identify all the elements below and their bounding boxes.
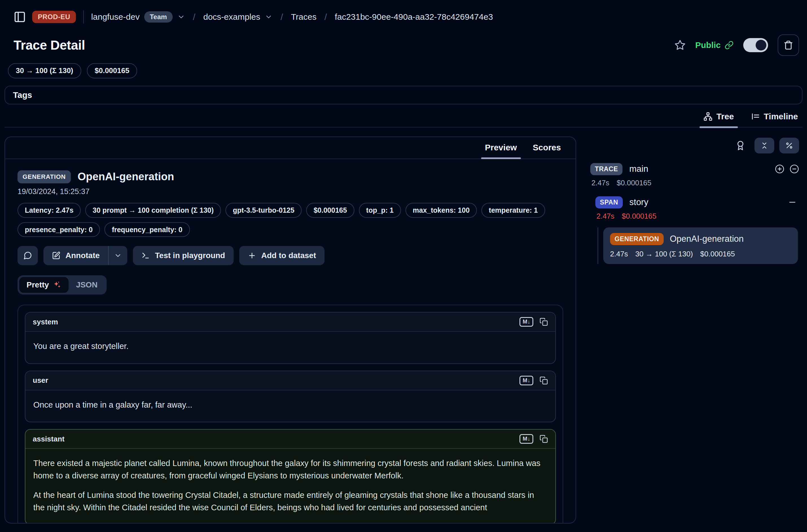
- message-header-icons: M↓: [520, 317, 548, 327]
- copy-button[interactable]: [540, 318, 548, 326]
- span-cost: $0.000165: [622, 212, 657, 221]
- add-to-dataset-button[interactable]: Add to dataset: [239, 246, 324, 265]
- trace-name: main: [629, 164, 648, 174]
- markdown-icon: M↓: [520, 376, 533, 385]
- trace-summary-row: 30 → 100 (Σ 130) $0.000165: [8, 63, 803, 78]
- span-latency: 2.47s: [597, 212, 615, 221]
- generation-cost: $0.000165: [700, 250, 735, 259]
- tab-timeline[interactable]: Timeline: [750, 111, 799, 127]
- collapse-span-button[interactable]: [788, 198, 797, 207]
- copy-icon: [540, 435, 548, 443]
- collapse-tree-button[interactable]: [789, 164, 799, 174]
- message-header: assistant M↓: [25, 430, 555, 449]
- tab-tree[interactable]: Tree: [702, 111, 735, 127]
- pretty-view-button[interactable]: Pretty: [19, 277, 69, 293]
- metadata-badge: $0.000165: [306, 203, 354, 218]
- dataset-label: Add to dataset: [261, 251, 316, 260]
- expand-all-button[interactable]: [775, 164, 784, 174]
- tree-row-span[interactable]: SPAN story: [595, 196, 799, 208]
- generation-name: OpenAI-generation: [670, 234, 744, 244]
- message-header-icons: M↓: [520, 376, 548, 385]
- format-toggle: Pretty JSON: [18, 275, 107, 294]
- metadata-badge: 30 prompt → 100 completion (Σ 130): [85, 203, 221, 218]
- minus-circle-icon: [789, 164, 799, 174]
- annotate-label: Annotate: [65, 251, 100, 260]
- breadcrumb-separator: /: [324, 12, 327, 22]
- chevron-down-icon: [265, 13, 273, 21]
- trace-detail-page: PROD-EU langfuse-dev Team / docs-example…: [0, 0, 807, 532]
- message-content: Once upon a time in a galaxy far, far aw…: [25, 391, 555, 422]
- topbar-divider: [83, 10, 84, 24]
- span-metrics: 2.47s $0.000165: [597, 212, 799, 221]
- metadata-badges-row2: presence_penalty: 0frequency_penalty: 0: [18, 222, 563, 237]
- markdown-toggle-button[interactable]: M↓: [520, 317, 533, 327]
- bookmark-star-button[interactable]: [674, 39, 686, 51]
- trace-cost: $0.000165: [617, 178, 652, 187]
- view-tabs: Tree Timeline: [4, 111, 803, 128]
- message-assistant: assistant M↓ There existed a majestic pl…: [25, 429, 556, 523]
- observation-type-badge: GENERATION: [18, 170, 71, 183]
- metadata-badge: top_p: 1: [359, 203, 401, 218]
- actions-row: Annotate Test in playground Add to data: [18, 246, 563, 265]
- tree-toolbar: [590, 138, 799, 153]
- comment-button[interactable]: [18, 246, 38, 265]
- project-name: docs-examples: [203, 12, 260, 22]
- trace-metrics: 2.47s $0.000165: [592, 178, 799, 187]
- sidebar-toggle-button[interactable]: [14, 11, 26, 23]
- generation-child: GENERATION OpenAI-generation 2.47s 30 → …: [595, 227, 799, 264]
- minus-icon: [788, 198, 797, 207]
- tab-tree-label: Tree: [716, 112, 734, 121]
- chevron-down-icon: [114, 252, 122, 260]
- breadcrumb-project[interactable]: docs-examples: [203, 12, 273, 22]
- copy-button[interactable]: [540, 376, 548, 385]
- observation-title: OpenAI-generation: [78, 171, 174, 183]
- annotate-dropdown-button[interactable]: [109, 246, 127, 265]
- plus-icon: [248, 251, 256, 260]
- copy-button[interactable]: [540, 435, 548, 443]
- markdown-toggle-button[interactable]: M↓: [520, 376, 533, 385]
- markdown-toggle-button[interactable]: M↓: [520, 434, 533, 444]
- comment-icon: [23, 251, 32, 260]
- org-name: langfuse-dev: [91, 12, 140, 22]
- markdown-icon: M↓: [520, 434, 533, 444]
- message-header-icons: M↓: [520, 434, 548, 444]
- span-type-badge: SPAN: [595, 196, 623, 208]
- page-title: Trace Detail: [14, 38, 85, 53]
- tab-scores[interactable]: Scores: [525, 137, 569, 158]
- generation-tokens: 30 → 100 (Σ 130): [635, 250, 693, 259]
- test-in-playground-button[interactable]: Test in playground: [133, 246, 233, 265]
- tree-row-actions: [775, 164, 799, 174]
- breadcrumb-org[interactable]: langfuse-dev Team: [91, 11, 185, 23]
- public-toggle[interactable]: [743, 38, 768, 52]
- terminal-icon: [142, 251, 150, 260]
- generation-latency: 2.47s: [610, 250, 628, 259]
- total-cost-badge: $0.000165: [87, 63, 137, 78]
- tree-row-trace[interactable]: TRACE main: [590, 163, 799, 175]
- generation-row: GENERATION OpenAI-generation: [610, 233, 791, 245]
- message-content: You are a great storyteller.: [25, 332, 555, 363]
- assistant-paragraph: There existed a majestic planet called L…: [33, 457, 547, 482]
- observation-tabbar: Preview Scores: [5, 137, 576, 159]
- json-view-button[interactable]: JSON: [69, 277, 105, 293]
- link-icon: [725, 41, 734, 50]
- annotate-button[interactable]: Annotate: [43, 246, 108, 265]
- collapse-all-button[interactable]: [754, 138, 774, 153]
- tree-row-generation-selected[interactable]: GENERATION OpenAI-generation 2.47s 30 → …: [603, 227, 798, 264]
- assistant-paragraph: At the heart of Lumina stood the towerin…: [33, 489, 547, 514]
- observation-header: GENERATION OpenAI-generation: [18, 170, 563, 183]
- metrics-toggle-button[interactable]: [780, 138, 799, 153]
- tags-field[interactable]: Tags: [4, 86, 803, 104]
- sparkles-icon: [53, 281, 61, 289]
- breadcrumb-trace-id: fac231bc-90ee-490a-aa32-78c4269474e3: [335, 12, 493, 22]
- breadcrumb-traces-link[interactable]: Traces: [291, 12, 317, 22]
- panel-left-icon: [14, 11, 26, 23]
- token-usage-badge: 30 → 100 (Σ 130): [8, 63, 81, 78]
- tab-preview[interactable]: Preview: [477, 137, 525, 158]
- delete-trace-button[interactable]: [778, 34, 799, 56]
- public-share-link[interactable]: Public: [695, 40, 734, 50]
- markdown-icon: M↓: [520, 317, 533, 327]
- title-row: Trace Detail Public: [4, 29, 803, 56]
- messages-container: system M↓ You are a great storyteller. u…: [18, 305, 563, 523]
- tree-connector-line: [598, 227, 598, 264]
- annotation-queue-button[interactable]: [735, 140, 746, 151]
